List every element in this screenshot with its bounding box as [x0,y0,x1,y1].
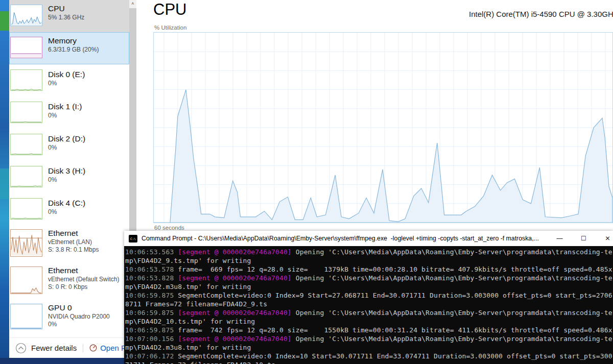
sidebar-item-ethernet-lan[interactable]: EthernetvEthernet (LAN)S: 3.8 R: 0.1 Mbp… [9,228,129,265]
sidebar-item-disk-3-h[interactable]: Disk 3 (H:)0% [9,164,129,196]
terminal-line: 10:06:59.875 SegmentComplete=video:0 Ind… [125,291,613,300]
sidebar-item-title: CPU [48,4,128,14]
terminal-line: 8711 Frames=72 filename=FDA4D2_9.ts [125,300,613,308]
sidebar-item-disk-2-d[interactable]: Disk 2 (D:)0% [9,132,129,164]
terminal-line: mp\FDA4D2.m3u8.tmp' for writing [125,343,613,352]
performance-sidebar: CPU5% 1.36 GHzMemory6.3/31.9 GB (20%)Dis… [9,0,129,337]
terminal-line: 10:07:06.172 SegmentComplete=video:0 Ind… [125,352,613,360]
sidebar-item-detail: 0% [48,176,128,184]
sidebar-item-ethernet-default-switch[interactable]: EthernetvEthernet (Default Switch)S: 0 R… [9,265,129,303]
terminal-line: 10:06:59.875 [segment @ 0000020e746a7040… [125,308,613,317]
sidebar-item-detail: 0% [48,208,128,216]
terminal-line: 10:06:53.828 [segment @ 0000020e746a7040… [125,274,613,282]
sidebar-item-disk-1-i[interactable]: Disk 1 (I:)0% [9,100,129,132]
chevron-up-circle-icon [15,343,27,354]
sidebar-item-detail: 6.3/31.9 GB (20%) [48,46,128,54]
maximize-button[interactable]: ☐ [572,231,596,246]
screen: CPU5% 1.36 GHzMemory6.3/31.9 GB (20%)Dis… [0,0,613,364]
sidebar-item-title: Disk 0 (E:) [48,69,128,80]
sidebar-item-title: Ethernet [48,228,128,238]
ethernet-lan-graph-thumbnail [10,229,42,257]
page-title: CPU [153,1,186,19]
sidebar-item-title: Disk 2 (D:) [48,134,128,144]
desktop-icon [0,11,9,31]
cpu-device-name: Intel(R) Core(TM) i5-4590 CPU @ 3.30GHz [469,10,613,18]
terminal-output[interactable]: 10:06:53.563 [segment @ 0000020e746a7040… [124,246,613,364]
sidebar-item-detail: 0% [48,144,128,152]
sidebar-item-cpu[interactable]: CPU5% 1.36 GHz [9,0,129,32]
terminal-line: 10:06:53.563 [segment @ 0000020e746a7040… [125,248,613,256]
cpu-utilization-area-graph [154,33,612,223]
cmd-window-title: Command Prompt - C:\Users\Media\AppData\… [142,235,613,242]
disk-3-h-graph-thumbnail [10,166,42,187]
disk-4-c-graph-thumbnail [10,198,42,220]
terminal-line: mp\FDA4D2_10.ts.tmp' for writing [125,317,613,326]
sidebar-item-title: Disk 4 (C:) [48,198,128,208]
sidebar-item-title: GPU 0 [48,303,128,313]
scroll-up-icon[interactable]: ˄ [129,0,136,8]
fewer-details-button[interactable]: Fewer details [15,343,77,354]
sidebar-item-detail: vEthernet (Default Switch) [48,276,128,283]
gpu-0-graph-thumbnail [10,304,42,329]
terminal-line: mp\FDA4D2.m3u8.tmp' for writing [125,282,613,291]
cpu-graph-thumbnail [10,5,42,26]
terminal-line: 10:06:53.578 frame= 669 fps= 12 q=28.0 s… [125,265,613,274]
sidebar-item-detail: S: 0 R: 0 Kbps [48,283,128,291]
cmd-title-bar[interactable]: C:\ Command Prompt - C:\Users\Media\AppD… [124,231,613,246]
desktop-wallpaper-detail [0,168,9,199]
terminal-line: 10:07:00.156 [segment @ 0000020e746a7040… [125,334,613,343]
sidebar-item-detail: vEthernet (LAN) [48,238,128,246]
disk-2-d-graph-thumbnail [10,134,42,155]
terminal-line: mp\FDA4D2_9.ts.tmp' for writing [125,256,613,265]
resource-monitor-gauge-icon [89,344,97,352]
memory-graph-thumbnail [10,37,42,58]
sidebar-item-detail: S: 3.8 R: 0.1 Mbps [48,246,128,254]
cpu-utilization-chart [153,32,613,223]
sidebar-item-title: Ethernet [48,265,128,276]
disk-1-i-graph-thumbnail [10,102,42,123]
sidebar-item-memory[interactable]: Memory6.3/31.9 GB (20%) [9,32,129,64]
disk-0-e-graph-thumbnail [10,69,42,91]
footer-divider [83,344,83,352]
sidebar-item-detail: 5% 1.36 GHz [48,14,128,21]
close-button[interactable]: ✕ [596,231,613,246]
sidebar-item-detail: NVIDIA Quadro P2000 [48,313,128,321]
cmd-window-controls: — ☐ ✕ [548,231,613,246]
minimize-button[interactable]: — [548,231,572,246]
sidebar-item-disk-4-c[interactable]: Disk 4 (C:)0% [9,196,129,228]
x-axis-label: 60 seconds [154,225,184,231]
sidebar-item-title: Disk 1 (I:) [48,102,128,112]
taskbar [0,358,124,364]
sidebar-item-title: Disk 3 (H:) [48,166,128,176]
terminal-line: 71711 Frames=72 filename=FDA4D2_10.ts [125,360,613,364]
command-prompt-window: C:\ Command Prompt - C:\Users\Media\AppD… [124,231,613,364]
fewer-details-label: Fewer details [31,344,77,352]
sidebar-item-gpu-0[interactable]: GPU 0NVIDIA Quadro P20000% [9,303,129,334]
ethernet-default-switch-graph-thumbnail [10,266,42,294]
y-axis-label: % Utilization [154,25,186,31]
desktop-background [0,0,9,364]
terminal-line: 10:06:59.875 frame= 742 fps= 12 q=28.0 s… [125,326,613,334]
sidebar-item-disk-0-e[interactable]: Disk 0 (E:)0% [9,67,129,100]
sidebar-item-detail: 0% [48,112,128,119]
cmd-icon: C:\ [129,235,137,242]
sidebar-item-detail: 0% [48,80,128,87]
sidebar-item-title: Memory [48,36,128,46]
sidebar-item-detail: 0% [48,321,128,328]
